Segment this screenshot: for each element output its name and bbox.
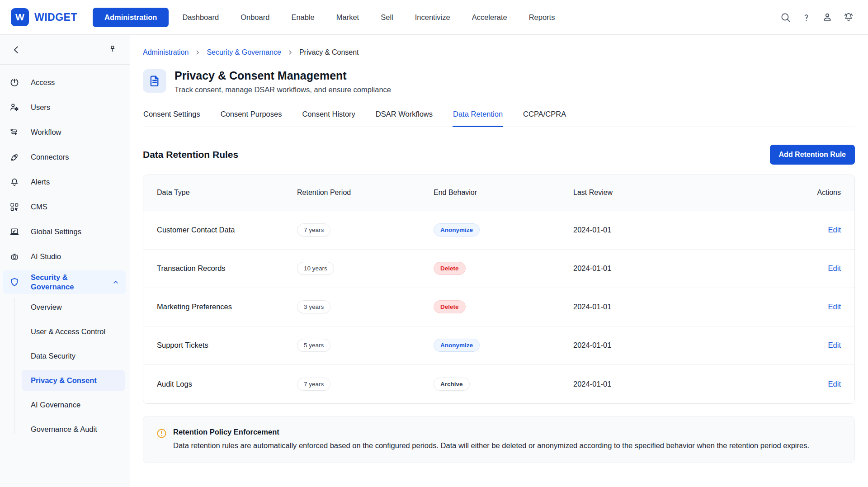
sidebar-group-label: Security & Governance xyxy=(31,273,84,292)
edit-link[interactable]: Edit xyxy=(828,341,841,349)
sidebar-subitem-user-access-control[interactable]: User & Access Control xyxy=(22,321,125,342)
section-title: Data Retention Rules xyxy=(143,149,238,160)
tab-ccpa-cpra[interactable]: CCPA/CPRA xyxy=(523,105,566,127)
nav-item-enable[interactable]: Enable xyxy=(280,8,325,27)
column-header-retention-period: Retention Period xyxy=(297,189,434,197)
gauge-icon xyxy=(9,77,20,88)
sidebar-item-cms[interactable]: CMS xyxy=(0,194,130,219)
cell-data-type: Audit Logs xyxy=(157,380,297,388)
sidebar-item-label: Global Settings xyxy=(31,227,81,236)
sidebar-item-access[interactable]: Access xyxy=(0,70,130,95)
edit-link[interactable]: Edit xyxy=(828,303,841,311)
retention-rules-table: Data Type Retention Period End Behavior … xyxy=(143,175,855,404)
sidebar-item-label: Connectors xyxy=(31,153,69,161)
breadcrumb: Administration Security & Governance Pri… xyxy=(143,48,855,57)
sidebar-item-alerts[interactable]: Alerts xyxy=(0,170,130,194)
cell-data-type: Marketing Preferences xyxy=(157,303,297,311)
cell-last-review: 2024-01-01 xyxy=(573,341,799,350)
notice-body: Data retention rules are automatically e… xyxy=(173,440,809,452)
table-row: Customer Contact Data 7 years Anonymize … xyxy=(143,211,854,250)
tab-consent-purposes[interactable]: Consent Purposes xyxy=(220,105,283,127)
sidebar-nav: Access Users Workflow Connectors xyxy=(0,65,130,440)
sidebar-subitem-label: Privacy & Consent xyxy=(31,376,97,385)
tab-consent-history[interactable]: Consent History xyxy=(302,105,355,127)
user-icon[interactable] xyxy=(821,11,833,23)
page-subtitle: Track consent, manage DSAR workflows, an… xyxy=(175,85,391,94)
tab-dsar-workflows[interactable]: DSAR Workflows xyxy=(375,105,433,127)
cms-blocks-icon xyxy=(9,202,20,213)
nav-item-administration[interactable]: Administration xyxy=(93,8,169,27)
alert-circle-icon xyxy=(156,428,167,452)
sidebar-subitem-governance-audit[interactable]: Governance & Audit xyxy=(22,419,125,440)
nav-item-incentivize[interactable]: Incentivize xyxy=(404,8,461,27)
tab-consent-settings[interactable]: Consent Settings xyxy=(143,105,201,127)
chevron-left-icon[interactable] xyxy=(11,44,22,55)
shield-icon xyxy=(9,277,20,288)
sidebar-item-ai-studio[interactable]: AI Studio xyxy=(0,244,130,269)
sidebar: Access Users Workflow Connectors xyxy=(0,35,130,487)
sidebar-item-label: Alerts xyxy=(31,178,50,186)
end-behavior-badge: Delete xyxy=(434,300,466,313)
topbar-actions xyxy=(780,11,854,23)
sidebar-group-security-governance[interactable]: Security & Governance xyxy=(3,270,126,294)
pin-icon[interactable] xyxy=(108,45,117,55)
sidebar-item-connectors[interactable]: Connectors xyxy=(0,145,130,170)
bell-icon xyxy=(9,177,20,188)
column-header-actions: Actions xyxy=(799,189,841,197)
table-row: Audit Logs 7 years Archive 2024-01-01 Ed… xyxy=(143,365,854,403)
laptop-wrench-icon xyxy=(9,227,20,237)
user-gear-icon xyxy=(9,102,20,113)
column-header-data-type: Data Type xyxy=(157,189,297,197)
sidebar-subitem-label: User & Access Control xyxy=(31,327,105,336)
sidebar-item-workflow[interactable]: Workflow xyxy=(0,120,130,145)
edit-link[interactable]: Edit xyxy=(828,226,841,234)
brand-logo: W xyxy=(11,8,29,26)
sidebar-item-label: Workflow xyxy=(31,128,61,137)
sidebar-item-label: AI Studio xyxy=(31,252,61,261)
nav-item-dashboard[interactable]: Dashboard xyxy=(171,8,230,27)
notifications-bell-icon[interactable] xyxy=(843,11,854,23)
edit-link[interactable]: Edit xyxy=(828,264,841,272)
nav-item-reports[interactable]: Reports xyxy=(518,8,566,27)
sidebar-item-global-settings[interactable]: Global Settings xyxy=(0,219,130,244)
cell-data-type: Support Tickets xyxy=(157,341,297,350)
table-header-row: Data Type Retention Period End Behavior … xyxy=(143,175,854,211)
sidebar-item-users[interactable]: Users xyxy=(0,95,130,120)
add-retention-rule-button[interactable]: Add Retention Rule xyxy=(770,145,855,165)
sidebar-header xyxy=(0,35,130,65)
sidebar-subitem-privacy-consent[interactable]: Privacy & Consent xyxy=(22,370,125,391)
sidebar-subitem-ai-governance[interactable]: AI Governance xyxy=(22,394,125,416)
help-icon[interactable] xyxy=(801,12,812,23)
top-navbar: W WIDGET Administration Dashboard Onboar… xyxy=(0,0,868,35)
column-header-last-review: Last Review xyxy=(573,189,799,197)
sidebar-subitem-label: AI Governance xyxy=(31,401,80,409)
brand[interactable]: W WIDGET xyxy=(11,8,77,26)
column-header-end-behavior: End Behavior xyxy=(434,189,573,197)
table-row: Transaction Records 10 years Delete 2024… xyxy=(143,250,854,288)
tab-data-retention[interactable]: Data Retention xyxy=(453,105,503,127)
edit-link[interactable]: Edit xyxy=(828,380,841,388)
retention-period-pill: 10 years xyxy=(297,262,334,275)
breadcrumb-link-administration[interactable]: Administration xyxy=(143,48,189,57)
search-icon[interactable] xyxy=(780,12,791,23)
end-behavior-badge: Delete xyxy=(434,262,466,275)
retention-period-pill: 7 years xyxy=(297,223,330,236)
retention-period-pill: 7 years xyxy=(297,378,330,391)
robot-icon xyxy=(9,251,20,262)
breadcrumb-link-security-governance[interactable]: Security & Governance xyxy=(207,48,281,57)
cell-data-type: Customer Contact Data xyxy=(157,226,297,234)
sidebar-subitem-label: Overview xyxy=(31,303,62,312)
cell-last-review: 2024-01-01 xyxy=(573,226,799,234)
cell-last-review: 2024-01-01 xyxy=(573,264,799,273)
sidebar-subitem-overview[interactable]: Overview xyxy=(22,297,125,318)
chevron-right-icon xyxy=(287,49,293,56)
cell-data-type: Transaction Records xyxy=(157,264,297,273)
nav-item-onboard[interactable]: Onboard xyxy=(230,8,280,27)
retention-period-pill: 5 years xyxy=(297,339,330,352)
nav-item-accelerate[interactable]: Accelerate xyxy=(461,8,518,27)
nav-item-market[interactable]: Market xyxy=(326,8,370,27)
nav-item-sell[interactable]: Sell xyxy=(370,8,404,27)
end-behavior-badge: Archive xyxy=(434,378,470,391)
retention-policy-notice: Retention Policy Enforcement Data retent… xyxy=(143,416,855,463)
sidebar-subitem-data-security[interactable]: Data Security xyxy=(22,345,125,367)
